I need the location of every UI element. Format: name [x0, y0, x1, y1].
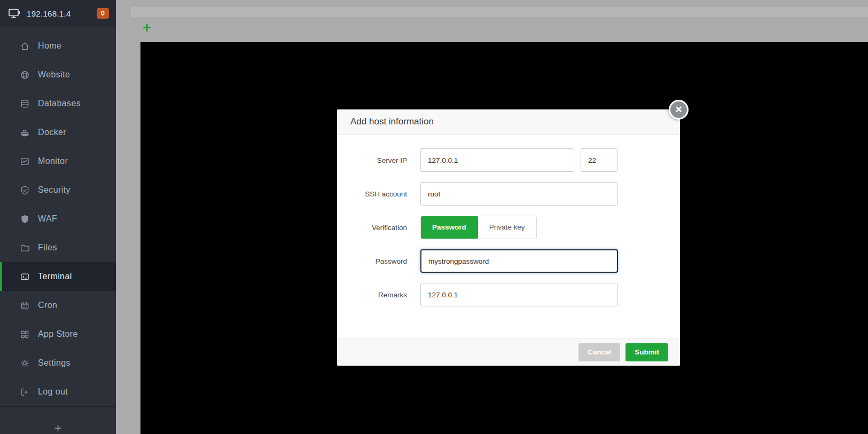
sidebar-item-log-out[interactable]: Log out	[0, 377, 116, 406]
sidebar-item-files[interactable]: Files	[0, 233, 116, 262]
sidebar-expand-plus-icon[interactable]: +	[54, 422, 61, 434]
add-host-modal: ✕ Add host information Server IP SSH acc…	[337, 109, 680, 366]
home-icon	[20, 41, 30, 51]
sidebar-item-label: Cron	[38, 301, 57, 310]
close-icon[interactable]: ✕	[669, 100, 689, 120]
terminal-tab-bar: +	[131, 17, 868, 42]
sidebar-item-label: Docker	[38, 128, 66, 137]
verification-option-password[interactable]: Password	[420, 216, 478, 239]
computer-icon	[8, 7, 21, 20]
sidebar-nav: Home Website Databases Docker Monitor Se…	[0, 27, 116, 406]
ssh-port-input[interactable]	[581, 148, 618, 172]
sidebar-footer: +	[0, 406, 116, 434]
remarks-field-label: Remarks	[337, 291, 407, 299]
modal-title: Add host information	[350, 116, 434, 127]
sidebar-item-waf[interactable]: WAF	[0, 204, 116, 233]
form-row-verification: Verification Password Private key	[337, 216, 680, 239]
sidebar: 192.168.1.4 0 Home Website Databases Doc…	[0, 0, 116, 434]
cancel-button[interactable]: Cancel	[578, 343, 620, 361]
folder-icon	[20, 243, 30, 253]
form-row-remarks: Remarks	[337, 283, 680, 306]
ssh-account-field-label: SSH account	[337, 190, 407, 198]
app-grid-icon	[20, 329, 30, 340]
form-row-password: Password	[337, 249, 680, 273]
calendar-icon	[20, 301, 30, 311]
verification-option-private-key[interactable]: Private key	[478, 216, 536, 239]
sidebar-item-label: Home	[38, 41, 61, 51]
sidebar-item-app-store[interactable]: App Store	[0, 320, 116, 349]
logout-icon	[20, 387, 30, 397]
window-top-band	[131, 7, 868, 17]
monitor-icon	[20, 156, 30, 167]
database-icon	[20, 99, 30, 109]
sidebar-item-label: Website	[38, 70, 70, 80]
sidebar-item-label: Files	[38, 243, 57, 252]
add-terminal-tab-icon[interactable]: +	[143, 21, 151, 35]
sidebar-item-label: Settings	[38, 358, 71, 368]
gear-icon	[20, 358, 30, 368]
sidebar-item-label: WAF	[38, 214, 57, 224]
globe-icon	[20, 70, 30, 80]
verification-field-label: Verification	[337, 224, 407, 232]
server-ip-label: 192.168.1.4	[27, 9, 71, 18]
sidebar-item-label: Monitor	[38, 156, 68, 166]
server-ip-field-label: Server IP	[337, 156, 407, 164]
form-row-server-ip: Server IP	[337, 148, 680, 172]
modal-body: Server IP SSH account Verification Passw…	[337, 135, 680, 306]
sidebar-item-website[interactable]: Website	[0, 60, 116, 89]
modal-header: Add host information	[337, 109, 680, 135]
form-row-ssh-account: SSH account	[337, 182, 680, 206]
sidebar-item-label: Terminal	[38, 272, 72, 281]
password-input[interactable]	[420, 249, 618, 273]
sidebar-item-label: Log out	[38, 387, 68, 397]
shield-check-icon	[20, 185, 30, 195]
password-field-label: Password	[337, 257, 407, 265]
notification-badge: 0	[97, 8, 109, 19]
ssh-account-input[interactable]	[420, 182, 618, 206]
docker-icon	[20, 128, 30, 138]
sidebar-item-terminal[interactable]: Terminal	[0, 262, 116, 291]
sidebar-item-cron[interactable]: Cron	[0, 291, 116, 320]
remarks-input[interactable]	[420, 283, 618, 306]
sidebar-item-docker[interactable]: Docker	[0, 118, 116, 147]
sidebar-item-monitor[interactable]: Monitor	[0, 147, 116, 176]
submit-button[interactable]: Submit	[625, 343, 668, 361]
sidebar-item-home[interactable]: Home	[0, 31, 116, 60]
sidebar-item-label: App Store	[38, 329, 78, 339]
verification-toggle-group: Password Private key	[420, 216, 537, 239]
sidebar-header: 192.168.1.4 0	[0, 0, 116, 27]
sidebar-item-databases[interactable]: Databases	[0, 89, 116, 118]
sidebar-item-label: Security	[38, 185, 71, 195]
sidebar-item-settings[interactable]: Settings	[0, 349, 116, 377]
modal-footer: Cancel Submit	[337, 338, 680, 366]
sidebar-item-security[interactable]: Security	[0, 176, 116, 204]
terminal-icon	[20, 272, 30, 282]
sidebar-item-label: Databases	[38, 99, 81, 108]
shield-icon	[20, 214, 30, 224]
server-ip-input[interactable]	[420, 148, 574, 172]
